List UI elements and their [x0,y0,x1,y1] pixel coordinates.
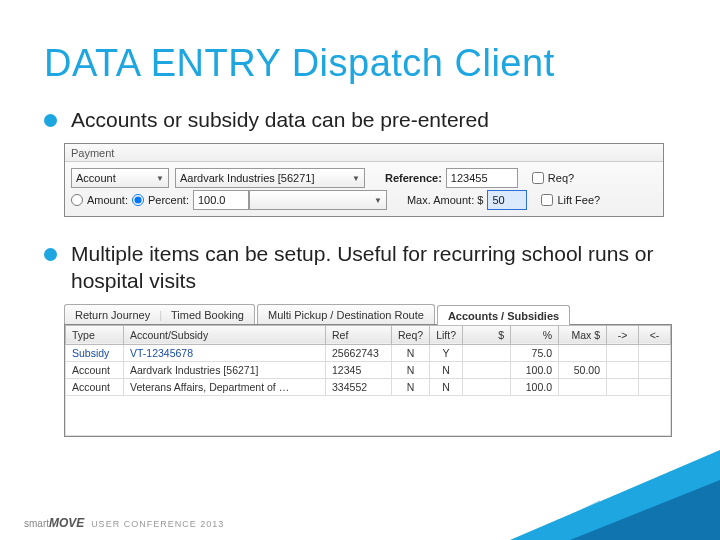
page-title: DATA ENTRY Dispatch Client [44,42,676,85]
payment-panel: Payment Account ▼ Aardvark Industries [5… [64,143,664,217]
max-amount-label: Max. Amount: $ [407,194,483,206]
max-amount-value: 50 [492,194,504,206]
chevron-down-icon: ▼ [374,196,382,205]
account-value: Aardvark Industries [56271] [180,172,315,184]
col-amount[interactable]: $ [463,325,511,344]
percent-input[interactable]: 100.0 [193,190,249,210]
amount-label: Amount: [87,194,128,206]
chevron-down-icon: ▼ [156,174,164,183]
tab-accounts-subsidies[interactable]: Accounts / Subsidies [437,305,570,325]
table-row[interactable]: Account Aardvark Industries [56271] 1234… [66,361,671,378]
payment-group-label: Payment [65,144,663,162]
table-row[interactable]: Account Veterans Affairs, Department of … [66,378,671,395]
col-max[interactable]: Max $ [559,325,607,344]
bullet-icon [44,248,57,261]
col-account[interactable]: Account/Subsidy [124,325,326,344]
tab-multi-pickup[interactable]: Multi Pickup / Destination Route [257,304,435,324]
tab-return-label: Return Journey [75,309,150,321]
lift-fee-checkbox[interactable] [541,194,553,206]
bullet-1: Accounts or subsidy data can be pre-ente… [44,107,676,133]
bullet-2-text: Multiple items can be setup. Useful for … [71,241,676,294]
bullet-1-text: Accounts or subsidy data can be pre-ente… [71,107,489,133]
col-req[interactable]: Req? [392,325,430,344]
col-back[interactable]: <- [639,325,671,344]
table-header-row: Type Account/Subsidy Ref Req? Lift? $ % … [66,325,671,344]
req-checkbox[interactable] [532,172,544,184]
reference-input[interactable]: 123455 [446,168,518,188]
percent-label: Percent: [148,194,189,206]
col-forward[interactable]: -> [607,325,639,344]
tab-timed-label: Timed Booking [171,309,244,321]
amount-radio[interactable] [71,194,83,206]
tab-multi-label: Multi Pickup / Destination Route [268,309,424,321]
decor-triangle [570,480,720,540]
tab-bar: Return Journey | Timed Booking Multi Pic… [64,304,672,324]
percent-unit-dropdown[interactable]: ▼ [249,190,387,210]
reference-value: 123455 [451,172,488,184]
subsidies-grid: Type Account/Subsidy Ref Req? Lift? $ % … [64,324,672,437]
bullet-2: Multiple items can be setup. Useful for … [44,241,676,294]
bullet-icon [44,114,57,127]
tab-accounts-label: Accounts / Subsidies [448,310,559,322]
lift-fee-label: Lift Fee? [557,194,600,206]
table-row[interactable]: Subsidy VT-12345678 25662743 N Y 75.0 [66,344,671,361]
max-amount-input[interactable]: 50 [487,190,527,210]
percent-radio[interactable] [132,194,144,206]
slide-footer: smartMOVE USER CONFERENCE 2013 [0,498,720,540]
percent-value: 100.0 [198,194,226,206]
col-ref[interactable]: Ref [326,325,392,344]
footer-brand: smartMOVE USER CONFERENCE 2013 [24,516,224,530]
chevron-down-icon: ▼ [352,174,360,183]
payment-type-dropdown[interactable]: Account ▼ [71,168,169,188]
col-percent[interactable]: % [511,325,559,344]
table-empty-area [66,395,671,435]
tab-separator: | [159,309,162,321]
reference-label: Reference: [385,172,442,184]
req-label: Req? [548,172,574,184]
tab-return-timed[interactable]: Return Journey | Timed Booking [64,304,255,324]
payment-type-value: Account [76,172,116,184]
col-type[interactable]: Type [66,325,124,344]
col-lift[interactable]: Lift? [430,325,463,344]
account-dropdown[interactable]: Aardvark Industries [56271] ▼ [175,168,365,188]
